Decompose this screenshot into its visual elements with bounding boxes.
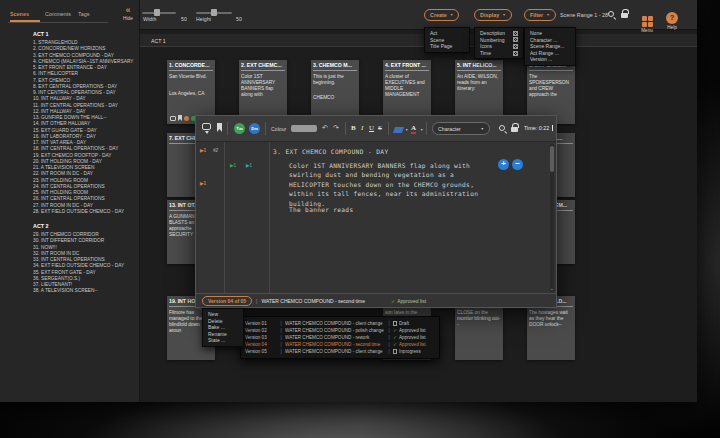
bookmark-icon[interactable] — [217, 123, 222, 132]
act-1-section-bar: ACT 1 — [140, 34, 697, 47]
editor-toolbar: Tm Dm Colour ↶ ↷ B I U S ▼ A ▼ Character… — [196, 116, 556, 142]
height-slider-thumb[interactable] — [211, 9, 217, 16]
chevron-down-icon: ▼ — [546, 13, 550, 17]
tab-scenes[interactable]: Scenes — [10, 11, 29, 17]
scene-card-body: This is just the beginning. — [313, 74, 357, 92]
zoom-out-button[interactable]: − — [512, 159, 523, 170]
menu-item-rename[interactable]: Rename — [203, 331, 243, 338]
act-1-section-label: ACT 1 — [151, 38, 166, 44]
redo-icon[interactable]: ↷ — [333, 124, 339, 132]
play-marker-icon[interactable]: ▶1 — [200, 181, 206, 186]
menu-grid-icon — [642, 16, 653, 27]
colour-swatch[interactable] — [291, 125, 317, 132]
check-icon: ✓ — [393, 341, 397, 348]
lock-icon[interactable] — [511, 127, 518, 132]
bookmark-icon — [178, 115, 182, 121]
play-marker-icon[interactable]: ▶1 — [200, 148, 206, 153]
menu-item-new[interactable]: New — [203, 311, 243, 318]
bold-button[interactable]: B — [351, 124, 356, 132]
character-style-dropdown[interactable]: Character ▼ — [432, 122, 490, 135]
menu-item-delete[interactable]: Delete — [203, 318, 243, 325]
version-row[interactable]: Version 03| WATER CHEMCO COMPOUND - rewo… — [245, 334, 435, 341]
page-marker: #2 — [213, 148, 218, 153]
italic-button[interactable]: I — [361, 124, 363, 132]
version-row[interactable]: Version 05| WATER CHEMCO COMPOUND - clie… — [245, 348, 435, 355]
check-icon: ✓ — [393, 327, 397, 334]
chevron-down-icon: ▼ — [450, 13, 454, 17]
menu-item-icons[interactable]: Icons — [475, 43, 523, 50]
hide-sidebar-button[interactable]: « Hide — [118, 6, 138, 21]
underline-button[interactable]: U — [369, 124, 374, 132]
sidebar-scene-item[interactable]: 34. EXT FIELD OUTSIDE CHEMCO - DAY — [33, 263, 139, 269]
menu-item-scene-range[interactable]: Scene Range... — [525, 43, 575, 50]
search-icon[interactable] — [499, 125, 505, 131]
version-state: Inprogress — [393, 348, 435, 355]
menu-label: Menu — [638, 28, 656, 33]
undo-icon[interactable]: ↶ — [322, 124, 328, 132]
sidebar-scene-item[interactable]: 38. A TELEVISION SCREEN-- — [33, 288, 139, 294]
version-row[interactable]: Version 01| WATER CHEMCO COMPOUND - clie… — [245, 320, 435, 327]
width-slider-thumb[interactable] — [154, 9, 160, 16]
tab-comments[interactable]: Comments — [45, 11, 71, 17]
scroll-down-icon[interactable]: ⌄ — [550, 285, 554, 291]
menu-item-title-page[interactable]: Title Page — [425, 43, 469, 50]
checkbox-checked-icon[interactable] — [513, 37, 518, 42]
height-label: Height — [196, 16, 211, 22]
scene-range-label: Scene Range 1 - 28 — [560, 12, 608, 18]
sidebar-scene-item[interactable]: 28. EXT FIELD OUTSIDE CHEMCO - DAY — [33, 209, 139, 215]
editor-scrollbar-thumb[interactable] — [550, 146, 554, 172]
version-row[interactable]: Version 02| WATER CHEMCO COMPOUND - poli… — [245, 327, 435, 334]
sidebar: Scenes Comments Tags « Hide ACT 1 1. STR… — [0, 0, 140, 402]
script-editor-popup: Tm Dm Colour ↶ ↷ B I U S ▼ A ▼ Character… — [195, 115, 557, 308]
menu-item-none[interactable]: None — [525, 30, 575, 37]
display-button[interactable]: Display ▼ — [474, 9, 512, 21]
comment-icon[interactable] — [202, 123, 211, 130]
blue-tag-badge[interactable]: Dm — [249, 123, 260, 134]
menu-button[interactable]: Menu — [638, 7, 656, 33]
version-row-selected[interactable]: Version 04| WATER CHEMCO COMPOUND - seco… — [245, 341, 435, 348]
menu-item-state[interactable]: State ... — [203, 337, 243, 344]
toolbar-divider — [426, 122, 427, 135]
play-marker-icon[interactable]: ▶1 — [230, 163, 236, 168]
tabs-divider — [8, 22, 108, 23]
play-marker-icon[interactable]: ▶1 — [246, 163, 252, 168]
scene-card-body: CLOSE on the monitor blinking out-- — [457, 310, 501, 328]
green-tag-badge[interactable]: Tm — [234, 123, 245, 134]
menu-item-bake[interactable]: Bake ... — [203, 324, 243, 331]
checkbox-checked-icon[interactable] — [513, 51, 518, 56]
version-state: ✓Approved list — [393, 327, 435, 334]
menu-item-description[interactable]: Description — [475, 30, 523, 37]
menu-item-numbering[interactable]: Numbering — [475, 37, 523, 44]
help-button[interactable]: ? Help — [664, 6, 680, 30]
lock-icon[interactable] — [621, 13, 628, 18]
chevron-down-icon[interactable]: ▼ — [420, 128, 423, 132]
version-pill-button[interactable]: Version 04 of 05 — [202, 296, 252, 306]
scene-card-body: Color 1ST ANNIVERSARY BANNERS flap along… — [241, 74, 285, 98]
menu-item-time[interactable]: Time — [475, 50, 523, 57]
checkbox-checked-icon[interactable] — [513, 44, 518, 49]
chevron-down-icon[interactable]: ▼ — [405, 128, 408, 132]
scene-heading-text: 3. EXT CHEMCO COMPOUND - DAY — [273, 148, 389, 155]
scene-card-body: A cluster of EXECUTIVES and MIDDLE MANAG… — [385, 74, 429, 98]
filter-button[interactable]: Filter ▼ — [524, 9, 556, 21]
checkbox-checked-icon[interactable] — [513, 31, 518, 36]
width-value: 50 — [181, 16, 187, 22]
zoom-in-button[interactable]: + — [498, 159, 509, 170]
editor-text-area[interactable]: ▶1 #2 ▶1 ▶1 ▶1 3. EXT CHEMCO COMPOUND - … — [196, 142, 556, 295]
strikethrough-button[interactable]: S — [378, 124, 382, 132]
create-button[interactable]: Create ▼ — [424, 9, 459, 21]
menu-item-act-range[interactable]: Act Range ... — [525, 50, 575, 57]
scene-card-body: An AIDE, WILSON, reads from an itinerary… — [457, 74, 501, 92]
highlighter-icon[interactable] — [393, 127, 404, 133]
tab-tags[interactable]: Tags — [78, 11, 89, 17]
separator: | — [256, 298, 257, 304]
text-color-icon[interactable]: A — [411, 124, 416, 134]
scene-action-text: Color 1ST ANNIVERSARY BANNERS flap along… — [289, 161, 497, 208]
scene-time-label: Time: 0:22 — [524, 125, 553, 131]
version-state: ✓Approved list — [393, 341, 435, 348]
menu-item-scene[interactable]: Scene — [425, 37, 469, 44]
menu-item-character[interactable]: Character ... — [525, 37, 575, 44]
menu-item-act[interactable]: Act — [425, 30, 469, 37]
search-icon[interactable] — [608, 11, 614, 17]
menu-item-version[interactable]: Version ... — [525, 56, 575, 63]
